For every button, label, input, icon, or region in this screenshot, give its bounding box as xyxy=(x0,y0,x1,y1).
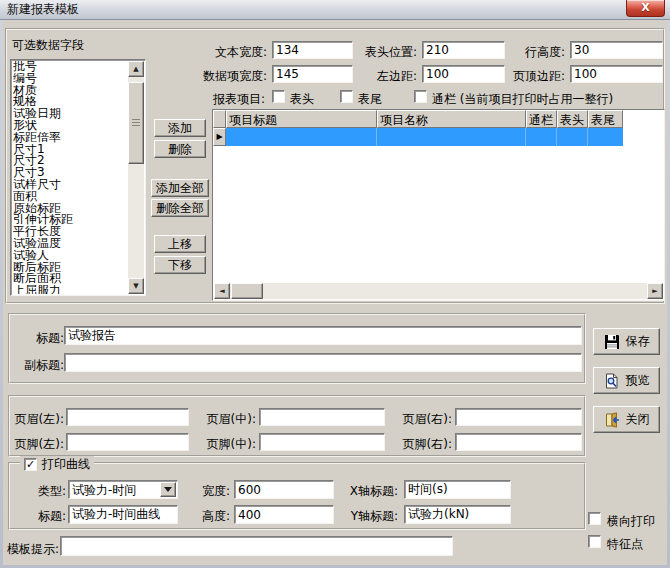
dialog-window: 新建报表模板 X 可选数据字段 批号编号材质规格试验日期形状标距倍率尺寸1尺寸2… xyxy=(0,0,670,568)
save-button[interactable]: 保存 xyxy=(593,328,660,355)
header-right-label: 页眉(右): xyxy=(396,411,452,428)
text-width-label: 文本宽度: xyxy=(157,44,267,61)
move-up-button[interactable]: 上移 xyxy=(154,235,206,253)
header-left-input[interactable] xyxy=(66,408,189,426)
close-icon[interactable]: X xyxy=(626,0,665,17)
list-item[interactable]: 试验日期 xyxy=(13,108,128,120)
list-item[interactable]: 试验温度 xyxy=(13,238,128,250)
table-footer-checkbox[interactable] xyxy=(340,90,353,103)
list-item[interactable]: 尺寸1 xyxy=(13,144,128,156)
scroll-up-icon[interactable]: ▲ xyxy=(128,61,144,77)
footer-right-input[interactable] xyxy=(455,433,582,451)
subtitle-label: 副标题: xyxy=(10,357,64,374)
landscape-print-checkbox[interactable] xyxy=(588,512,601,525)
grid-selected-row[interactable]: ▶ xyxy=(213,128,664,146)
page-top-margin-label: 页顶边距: xyxy=(455,68,565,85)
preview-icon xyxy=(604,373,620,389)
row-marker-icon: ▶ xyxy=(213,128,226,146)
list-item[interactable]: 材质 xyxy=(13,85,128,97)
feature-points-label: 特征点 xyxy=(607,536,643,553)
data-fields-list[interactable]: 批号编号材质规格试验日期形状标距倍率尺寸1尺寸2尺寸3试样尺寸面积原始标距引伸计… xyxy=(10,59,146,296)
page-top-margin-input[interactable] xyxy=(570,65,663,83)
grid-selector-header xyxy=(213,110,226,128)
chevron-down-icon[interactable] xyxy=(160,482,176,497)
scroll-right-icon[interactable]: ► xyxy=(647,283,663,299)
preview-button[interactable]: 预览 xyxy=(593,367,660,394)
curve-height-input[interactable] xyxy=(234,505,334,524)
full-row-checkbox-label: 通栏 (当前项目打印时占用一整行) xyxy=(432,91,613,108)
grid-col-item-title: 项目标题 xyxy=(226,110,377,128)
table-header-checkbox[interactable] xyxy=(272,90,285,103)
data-item-width-label: 数据项宽度: xyxy=(157,68,267,85)
x-axis-input[interactable] xyxy=(404,480,511,499)
footer-center-input[interactable] xyxy=(259,433,385,451)
save-icon xyxy=(604,334,620,350)
list-item[interactable]: 编号 xyxy=(13,73,128,85)
footer-right-label: 页脚(右): xyxy=(396,436,452,453)
y-axis-input[interactable] xyxy=(404,505,511,524)
title-group: 标题: 副标题: xyxy=(8,313,586,384)
title-input[interactable] xyxy=(64,326,582,345)
add-all-button[interactable]: 添加全部 xyxy=(151,179,209,197)
list-item[interactable]: 规格 xyxy=(13,96,128,108)
footer-left-label: 页脚(左): xyxy=(10,436,64,453)
curve-title-label: 标题: xyxy=(24,508,66,525)
curve-title-input[interactable] xyxy=(68,505,178,524)
scroll-down-icon[interactable]: ▼ xyxy=(128,278,144,294)
grid-horizontal-scrollbar[interactable]: ◄ ► xyxy=(214,283,663,299)
grid-header-row: 项目标题 项目名称 通栏 表头 表尾 xyxy=(213,110,664,128)
scrollbar-thumb[interactable] xyxy=(128,82,144,164)
report-item-label: 报表项目: xyxy=(155,91,265,108)
fields-panel: 可选数据字段 批号编号材质规格试验日期形状标距倍率尺寸1尺寸2尺寸3试样尺寸面积… xyxy=(5,28,665,304)
add-button[interactable]: 添加 xyxy=(154,119,206,137)
scroll-left-icon[interactable]: ◄ xyxy=(214,283,230,299)
curve-type-select[interactable]: 试验力-时间 xyxy=(68,480,178,499)
close-button[interactable]: 关闭 xyxy=(593,406,660,433)
list-vertical-scrollbar[interactable]: ▲ ▼ xyxy=(128,61,144,294)
template-hint-input[interactable] xyxy=(60,536,453,556)
y-axis-label: Y轴标题: xyxy=(336,508,398,525)
feature-points-checkbox[interactable] xyxy=(588,535,601,548)
header-pos-label: 表头位置: xyxy=(307,44,417,61)
list-item[interactable]: 尺寸2 xyxy=(13,155,128,167)
list-item[interactable]: 形状 xyxy=(13,120,128,132)
list-item[interactable]: 试样尺寸 xyxy=(13,179,128,191)
footer-left-input[interactable] xyxy=(66,433,189,451)
print-curve-group: ✓ 打印曲线 类型: 试验力-时间 宽度: X轴标题: 标题: 高度: Y轴标题… xyxy=(8,462,586,530)
header-right-input[interactable] xyxy=(455,408,582,426)
list-item[interactable]: 引伸计标距 xyxy=(13,214,128,226)
list-item[interactable]: 批号 xyxy=(13,61,128,73)
scrollbar-thumb[interactable] xyxy=(231,283,263,299)
list-item[interactable]: 标距倍率 xyxy=(13,132,128,144)
header-center-label: 页眉(中): xyxy=(200,411,256,428)
list-item[interactable]: 试验人 xyxy=(13,250,128,262)
list-item[interactable]: 断后面积 xyxy=(13,273,128,285)
remove-all-button[interactable]: 删除全部 xyxy=(151,199,209,217)
dialog-client-area: 可选数据字段 批号编号材质规格试验日期形状标距倍率尺寸1尺寸2尺寸3试样尺寸面积… xyxy=(3,20,667,565)
full-row-checkbox[interactable] xyxy=(414,90,427,103)
titlebar[interactable]: 新建报表模板 X xyxy=(0,0,670,20)
row-height-input[interactable] xyxy=(570,41,663,59)
header-center-input[interactable] xyxy=(259,408,385,426)
landscape-print-label: 横向打印 xyxy=(607,513,655,530)
list-item[interactable]: 断后标距 xyxy=(13,262,128,274)
grid-col-item-name: 项目名称 xyxy=(377,110,526,128)
move-down-button[interactable]: 下移 xyxy=(154,256,206,274)
subtitle-input[interactable] xyxy=(64,353,582,372)
curve-width-input[interactable] xyxy=(234,480,334,499)
data-fields-label: 可选数据字段 xyxy=(12,37,84,54)
list-item[interactable]: 尺寸3 xyxy=(13,167,128,179)
row-height-label: 行高度: xyxy=(455,44,565,61)
data-fields-items: 批号编号材质规格试验日期形状标距倍率尺寸1尺寸2尺寸3试样尺寸面积原始标距引伸计… xyxy=(13,61,128,294)
print-curve-checkbox[interactable]: ✓ xyxy=(24,458,37,471)
report-items-grid[interactable]: 项目标题 项目名称 通栏 表头 表尾 ▶ ◄ ► xyxy=(212,109,665,301)
list-item[interactable]: 面积 xyxy=(13,191,128,203)
list-item[interactable]: 平行长度 xyxy=(13,226,128,238)
list-item[interactable]: 上屈服力 xyxy=(13,285,128,294)
print-curve-label: 打印曲线 xyxy=(42,456,90,473)
grid-col-fullrow: 通栏 xyxy=(526,110,557,128)
title-label: 标题: xyxy=(20,330,64,347)
header-footer-group: 页眉(左): 页眉(中): 页眉(右): 页脚(左): 页脚(中): 页脚(右)… xyxy=(8,395,586,457)
list-item[interactable]: 原始标距 xyxy=(13,203,128,215)
remove-button[interactable]: 删除 xyxy=(154,140,206,158)
